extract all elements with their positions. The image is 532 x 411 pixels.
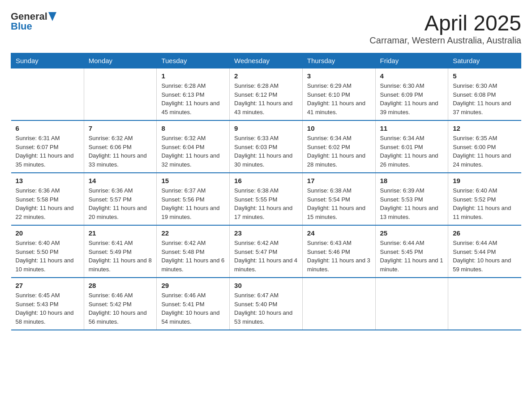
calendar-cell: 24Sunrise: 6:43 AMSunset: 5:46 PMDayligh… xyxy=(302,225,375,278)
calendar-cell: 5Sunrise: 6:30 AMSunset: 6:08 PMDaylight… xyxy=(448,68,521,121)
day-number: 21 xyxy=(89,229,152,237)
day-info: Sunrise: 6:34 AMSunset: 6:01 PMDaylight:… xyxy=(380,134,444,169)
day-number: 7 xyxy=(89,124,152,132)
day-number: 25 xyxy=(380,229,444,237)
day-info: Sunrise: 6:42 AMSunset: 5:48 PMDaylight:… xyxy=(161,239,225,274)
calendar-cell: 3Sunrise: 6:29 AMSunset: 6:10 PMDaylight… xyxy=(302,68,375,121)
calendar-cell: 21Sunrise: 6:41 AMSunset: 5:49 PMDayligh… xyxy=(84,225,157,278)
location-title: Carramar, Western Australia, Australia xyxy=(369,35,521,46)
day-number: 22 xyxy=(161,229,225,237)
calendar-cell xyxy=(375,278,448,330)
calendar-header-row: SundayMondayTuesdayWednesdayThursdayFrid… xyxy=(11,53,521,68)
calendar-cell: 18Sunrise: 6:39 AMSunset: 5:53 PMDayligh… xyxy=(375,173,448,225)
day-info: Sunrise: 6:34 AMSunset: 6:02 PMDaylight:… xyxy=(307,134,371,169)
calendar-cell xyxy=(84,68,157,121)
day-number: 4 xyxy=(380,72,444,80)
day-number: 13 xyxy=(16,177,79,184)
day-number: 23 xyxy=(234,229,298,237)
calendar-cell: 1Sunrise: 6:28 AMSunset: 6:13 PMDaylight… xyxy=(157,68,230,121)
calendar-cell: 4Sunrise: 6:30 AMSunset: 6:09 PMDaylight… xyxy=(375,68,448,121)
weekday-header-monday: Monday xyxy=(84,53,157,68)
calendar-cell: 17Sunrise: 6:38 AMSunset: 5:54 PMDayligh… xyxy=(302,173,375,225)
day-number: 6 xyxy=(16,124,79,132)
title-block: April 2025 Carramar, Western Australia, … xyxy=(369,11,521,46)
day-number: 18 xyxy=(380,177,444,184)
day-info: Sunrise: 6:35 AMSunset: 6:00 PMDaylight:… xyxy=(453,134,516,169)
day-number: 26 xyxy=(453,229,516,237)
day-number: 8 xyxy=(161,124,225,132)
month-title: April 2025 xyxy=(369,11,521,35)
day-info: Sunrise: 6:32 AMSunset: 6:04 PMDaylight:… xyxy=(161,134,225,169)
day-number: 12 xyxy=(453,124,516,132)
day-info: Sunrise: 6:43 AMSunset: 5:46 PMDaylight:… xyxy=(307,239,371,274)
calendar-cell: 25Sunrise: 6:44 AMSunset: 5:45 PMDayligh… xyxy=(375,225,448,278)
day-info: Sunrise: 6:30 AMSunset: 6:08 PMDaylight:… xyxy=(453,81,516,116)
day-info: Sunrise: 6:28 AMSunset: 6:12 PMDaylight:… xyxy=(234,81,298,116)
day-number: 19 xyxy=(453,177,516,184)
week-row-4: 20Sunrise: 6:40 AMSunset: 5:50 PMDayligh… xyxy=(11,225,521,278)
day-info: Sunrise: 6:32 AMSunset: 6:06 PMDaylight:… xyxy=(89,134,152,169)
day-number: 2 xyxy=(234,72,298,80)
day-number: 15 xyxy=(161,177,225,184)
calendar-cell: 19Sunrise: 6:40 AMSunset: 5:52 PMDayligh… xyxy=(448,173,521,225)
weekday-header-tuesday: Tuesday xyxy=(157,53,230,68)
calendar-cell: 7Sunrise: 6:32 AMSunset: 6:06 PMDaylight… xyxy=(84,120,157,173)
day-number: 11 xyxy=(380,124,444,132)
weekday-header-wednesday: Wednesday xyxy=(230,53,303,68)
calendar-cell: 20Sunrise: 6:40 AMSunset: 5:50 PMDayligh… xyxy=(11,225,84,278)
day-number: 3 xyxy=(307,72,371,80)
week-row-5: 27Sunrise: 6:45 AMSunset: 5:43 PMDayligh… xyxy=(11,278,521,330)
day-number: 5 xyxy=(453,72,516,80)
day-info: Sunrise: 6:28 AMSunset: 6:13 PMDaylight:… xyxy=(161,81,225,116)
day-info: Sunrise: 6:38 AMSunset: 5:54 PMDaylight:… xyxy=(307,186,371,221)
day-number: 16 xyxy=(234,177,298,184)
day-info: Sunrise: 6:40 AMSunset: 5:52 PMDaylight:… xyxy=(453,186,516,221)
day-number: 14 xyxy=(89,177,152,184)
day-info: Sunrise: 6:41 AMSunset: 5:49 PMDaylight:… xyxy=(89,239,152,274)
calendar-cell: 6Sunrise: 6:31 AMSunset: 6:07 PMDaylight… xyxy=(11,120,84,173)
day-info: Sunrise: 6:33 AMSunset: 6:03 PMDaylight:… xyxy=(234,134,298,169)
day-info: Sunrise: 6:36 AMSunset: 5:58 PMDaylight:… xyxy=(16,186,79,221)
calendar-cell: 12Sunrise: 6:35 AMSunset: 6:00 PMDayligh… xyxy=(448,120,521,173)
calendar-cell: 2Sunrise: 6:28 AMSunset: 6:12 PMDaylight… xyxy=(230,68,303,121)
calendar-cell: 8Sunrise: 6:32 AMSunset: 6:04 PMDaylight… xyxy=(157,120,230,173)
calendar-cell xyxy=(302,278,375,330)
day-number: 30 xyxy=(234,282,298,289)
day-info: Sunrise: 6:44 AMSunset: 5:45 PMDaylight:… xyxy=(380,239,444,274)
day-info: Sunrise: 6:44 AMSunset: 5:44 PMDaylight:… xyxy=(453,239,516,274)
calendar-cell: 22Sunrise: 6:42 AMSunset: 5:48 PMDayligh… xyxy=(157,225,230,278)
calendar-cell: 10Sunrise: 6:34 AMSunset: 6:02 PMDayligh… xyxy=(302,120,375,173)
day-info: Sunrise: 6:38 AMSunset: 5:55 PMDaylight:… xyxy=(234,186,298,221)
calendar-cell xyxy=(11,68,84,121)
page-header: General Blue April 2025 Carramar, Wester… xyxy=(11,11,521,46)
day-number: 24 xyxy=(307,229,371,237)
day-number: 1 xyxy=(161,72,225,80)
day-info: Sunrise: 6:29 AMSunset: 6:10 PMDaylight:… xyxy=(307,81,371,116)
calendar-cell: 15Sunrise: 6:37 AMSunset: 5:56 PMDayligh… xyxy=(157,173,230,225)
calendar-cell: 14Sunrise: 6:36 AMSunset: 5:57 PMDayligh… xyxy=(84,173,157,225)
weekday-header-friday: Friday xyxy=(375,53,448,68)
logo-text-blue: Blue xyxy=(11,21,32,32)
weekday-header-thursday: Thursday xyxy=(302,53,375,68)
calendar-cell: 9Sunrise: 6:33 AMSunset: 6:03 PMDaylight… xyxy=(230,120,303,173)
day-number: 29 xyxy=(161,282,225,289)
calendar-cell: 11Sunrise: 6:34 AMSunset: 6:01 PMDayligh… xyxy=(375,120,448,173)
week-row-2: 6Sunrise: 6:31 AMSunset: 6:07 PMDaylight… xyxy=(11,120,521,173)
calendar-cell: 30Sunrise: 6:47 AMSunset: 5:40 PMDayligh… xyxy=(230,278,303,330)
calendar-cell xyxy=(448,278,521,330)
day-number: 20 xyxy=(16,229,79,237)
day-info: Sunrise: 6:31 AMSunset: 6:07 PMDaylight:… xyxy=(16,134,79,169)
day-info: Sunrise: 6:45 AMSunset: 5:43 PMDaylight:… xyxy=(16,291,79,326)
day-info: Sunrise: 6:42 AMSunset: 5:47 PMDaylight:… xyxy=(234,239,298,274)
weekday-header-saturday: Saturday xyxy=(448,53,521,68)
day-info: Sunrise: 6:37 AMSunset: 5:56 PMDaylight:… xyxy=(161,186,225,221)
calendar-cell: 28Sunrise: 6:46 AMSunset: 5:42 PMDayligh… xyxy=(84,278,157,330)
day-info: Sunrise: 6:39 AMSunset: 5:53 PMDaylight:… xyxy=(380,186,444,221)
week-row-3: 13Sunrise: 6:36 AMSunset: 5:58 PMDayligh… xyxy=(11,173,521,225)
calendar-table: SundayMondayTuesdayWednesdayThursdayFrid… xyxy=(11,53,521,330)
day-number: 9 xyxy=(234,124,298,132)
logo-arrow-icon xyxy=(48,12,56,21)
logo: General Blue xyxy=(11,11,56,32)
calendar-cell: 26Sunrise: 6:44 AMSunset: 5:44 PMDayligh… xyxy=(448,225,521,278)
calendar-cell: 27Sunrise: 6:45 AMSunset: 5:43 PMDayligh… xyxy=(11,278,84,330)
